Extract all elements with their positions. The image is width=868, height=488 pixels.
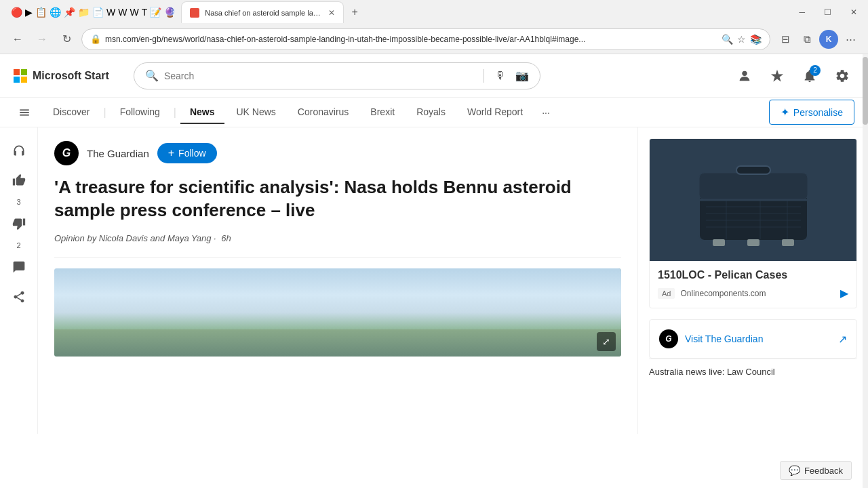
follow-label: Follow <box>178 148 205 159</box>
left-sidebar: 3 2 ⋮ <box>0 127 38 434</box>
right-sidebar: 1510LOC - Pelican Cases Ad Onlinecompone… <box>637 127 868 434</box>
msn-logo-squares <box>14 69 27 83</box>
nav-separator-1: | <box>103 106 106 119</box>
camera-search-icon[interactable]: 📷 <box>515 69 529 82</box>
split-view-icon[interactable]: ⧉ <box>797 30 816 49</box>
svg-point-0 <box>742 70 747 75</box>
browser-icon-11: T <box>142 7 148 18</box>
url-text: msn.com/en-gb/news/world/nasa-chief-on-a… <box>105 35 717 44</box>
article-author: Opinion by Nicola Davis and Maya Yang <box>54 233 211 243</box>
thumbs-down-sidebar-icon[interactable] <box>7 211 31 236</box>
refresh-button[interactable]: ↻ <box>57 30 76 49</box>
nav-item-royals[interactable]: Royals <box>407 101 455 124</box>
article-source: G The Guardian + Follow <box>54 141 621 165</box>
page-content: Microsoft Start 🔍 🎙 📷 2 <box>0 54 868 434</box>
browser-icon-6: 📁 <box>78 7 90 18</box>
nav-item-news[interactable]: News <box>180 101 224 124</box>
scrollbar[interactable] <box>863 54 868 488</box>
ad-card: 1510LOC - Pelican Cases Ad Onlinecompone… <box>649 138 857 308</box>
main-content: 3 2 ⋮ G The Guardian + Follow <box>0 127 868 434</box>
image-expand-button[interactable]: ⤢ <box>597 332 616 351</box>
window-controls: ─ ☐ ✕ <box>793 5 863 20</box>
article-meta-dot: · <box>211 233 218 243</box>
svg-rect-4 <box>736 166 770 174</box>
browser-icon-1: 🔴 <box>11 7 22 18</box>
browser-icon-13: 🔮 <box>164 7 176 18</box>
toolbar-icons: ⊟ ⧉ K ⋯ <box>776 30 860 49</box>
more-options-icon[interactable]: ⋯ <box>841 30 860 49</box>
like-count: 3 <box>16 198 20 206</box>
new-tab-button[interactable]: + <box>347 4 363 20</box>
svg-rect-6 <box>747 239 760 246</box>
sidebar-toggle-icon[interactable]: ⊟ <box>776 30 795 49</box>
hamburger-menu-icon[interactable] <box>14 102 35 123</box>
address-bar-icons: 🔍 ☆ 📚 <box>722 34 762 45</box>
dislike-count: 2 <box>16 241 20 249</box>
collections-icon[interactable]: 📚 <box>750 34 762 45</box>
notifications-icon[interactable]: 2 <box>797 64 822 88</box>
headphones-sidebar-icon[interactable] <box>7 138 31 163</box>
search-bar[interactable]: 🔍 🎙 📷 <box>134 62 540 89</box>
search-icon[interactable]: 🔍 <box>722 34 733 45</box>
address-bar[interactable]: 🔒 msn.com/en-gb/news/world/nasa-chief-on… <box>81 28 770 50</box>
personalise-star-icon: ✦ <box>781 106 789 119</box>
forward-button[interactable]: → <box>33 30 52 49</box>
maximize-button[interactable]: ☐ <box>818 5 837 20</box>
msn-header: Microsoft Start 🔍 🎙 📷 2 <box>0 54 868 98</box>
related-article: Australia news live: Law Council <box>649 359 857 385</box>
rewards-icon[interactable] <box>765 64 789 88</box>
back-button[interactable]: ← <box>8 30 27 49</box>
nav-more-button[interactable]: ··· <box>535 102 557 123</box>
thumbs-up-sidebar-icon[interactable] <box>7 168 31 192</box>
active-browser-tab[interactable]: Nasa chief on asteroid sample landing in… <box>181 1 344 23</box>
scrollbar-thumb[interactable] <box>863 57 868 125</box>
guardian-external-link-icon[interactable]: ↗ <box>838 333 847 346</box>
browser-icon-3: 📋 <box>35 7 47 18</box>
nav-item-coronavirus[interactable]: Coronavirus <box>288 101 358 124</box>
browser-icon-12: 📝 <box>150 7 161 18</box>
browser-icon-7: 📄 <box>92 7 104 18</box>
browser-icon-4: 🌐 <box>50 7 61 18</box>
profile-icon[interactable]: K <box>819 30 838 49</box>
tab-title: Nasa chief on asteroid sample landing in… <box>205 9 323 17</box>
nav-item-world-report[interactable]: World Report <box>458 101 532 124</box>
guardian-logo: G <box>54 141 79 165</box>
lock-icon: 🔒 <box>90 34 101 44</box>
follow-button[interactable]: + Follow <box>157 143 217 163</box>
voice-search-icon[interactable]: 🎙 <box>495 70 506 82</box>
nav-item-uk-news[interactable]: UK News <box>227 101 285 124</box>
related-article-text[interactable]: Australia news live: Law Council <box>649 366 857 378</box>
msn-logo[interactable]: Microsoft Start <box>14 69 109 83</box>
minimize-button[interactable]: ─ <box>793 5 810 20</box>
share-sidebar-icon[interactable] <box>7 285 31 309</box>
guardian-card-logo: G <box>659 329 678 348</box>
personalise-button[interactable]: ✦ Personalise <box>769 100 854 125</box>
settings-icon[interactable] <box>830 64 854 88</box>
nav-item-brexit[interactable]: Brexit <box>361 101 404 124</box>
pelican-case-image <box>686 146 821 254</box>
tab-favicon <box>190 8 199 18</box>
notification-badge: 2 <box>810 65 821 76</box>
guardian-visit-card: G Visit The Guardian ↗ <box>649 319 857 359</box>
guardian-visit-link[interactable]: Visit The Guardian <box>685 333 831 344</box>
close-button[interactable]: ✕ <box>845 5 863 20</box>
browser-icon-10: W <box>130 7 138 18</box>
article-title: 'A treasure for scientific analysis': Na… <box>54 176 621 222</box>
ad-label: Ad <box>658 288 675 299</box>
tab-close-button[interactable]: ✕ <box>328 8 335 18</box>
nav-item-discover[interactable]: Discover <box>43 101 99 124</box>
follow-plus-icon: + <box>168 147 174 159</box>
user-profile-icon[interactable] <box>732 64 757 88</box>
favorites-icon[interactable]: ☆ <box>737 34 746 45</box>
ad-title: 1510LOC - Pelican Cases <box>658 269 848 281</box>
article-image: ⤢ <box>54 268 621 357</box>
browser-icon-2: ▶ <box>25 7 33 18</box>
msn-nav: Discover | Following | News UK News Coro… <box>0 98 868 127</box>
nav-item-following[interactable]: Following <box>111 101 170 124</box>
comment-sidebar-icon[interactable] <box>7 255 31 279</box>
more-sidebar-icon[interactable]: ⋮ <box>7 428 31 434</box>
ad-report-icon[interactable]: ▶ <box>840 287 848 300</box>
search-input[interactable] <box>164 70 473 81</box>
browser-icon-8: W <box>106 7 115 18</box>
ad-footer: Ad Onlinecomponents.com ▶ <box>658 287 848 300</box>
